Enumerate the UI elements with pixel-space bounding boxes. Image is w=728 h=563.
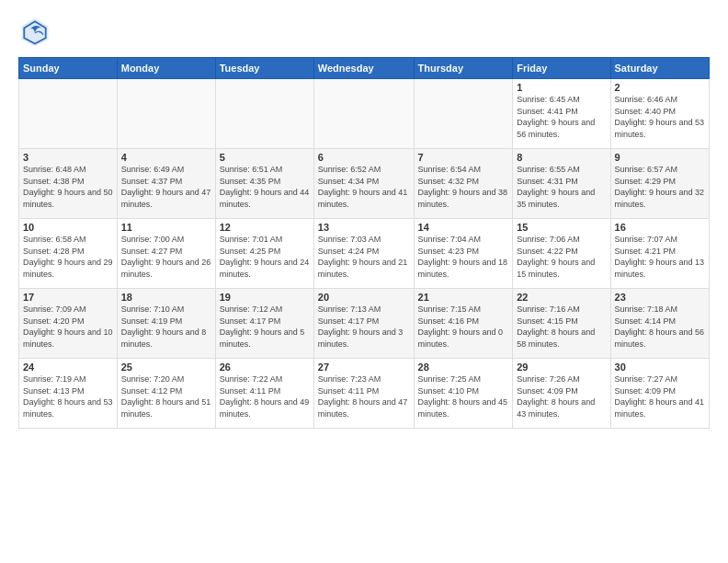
day-info: Sunrise: 6:46 AM Sunset: 4:40 PM Dayligh… xyxy=(615,94,705,140)
day-number: 8 xyxy=(517,152,606,163)
col-header-thursday: Thursday xyxy=(414,58,513,79)
day-number: 12 xyxy=(220,222,310,233)
day-number: 19 xyxy=(220,292,310,303)
day-number: 6 xyxy=(318,152,410,163)
day-cell xyxy=(117,79,215,149)
day-cell: 30Sunrise: 7:27 AM Sunset: 4:09 PM Dayli… xyxy=(610,359,709,429)
day-info: Sunrise: 7:12 AM Sunset: 4:17 PM Dayligh… xyxy=(220,304,310,350)
day-number: 16 xyxy=(615,222,705,233)
day-number: 26 xyxy=(220,362,310,373)
week-row-4: 17Sunrise: 7:09 AM Sunset: 4:20 PM Dayli… xyxy=(19,289,710,359)
day-cell: 12Sunrise: 7:01 AM Sunset: 4:25 PM Dayli… xyxy=(215,219,313,289)
col-header-sunday: Sunday xyxy=(19,58,118,79)
day-number: 20 xyxy=(318,292,410,303)
day-info: Sunrise: 7:22 AM Sunset: 4:11 PM Dayligh… xyxy=(220,373,310,419)
day-cell: 3Sunrise: 6:48 AM Sunset: 4:38 PM Daylig… xyxy=(19,149,118,219)
header xyxy=(18,15,710,48)
day-info: Sunrise: 7:07 AM Sunset: 4:21 PM Dayligh… xyxy=(615,234,705,280)
day-cell: 20Sunrise: 7:13 AM Sunset: 4:17 PM Dayli… xyxy=(313,289,414,359)
day-cell: 21Sunrise: 7:15 AM Sunset: 4:16 PM Dayli… xyxy=(414,289,513,359)
day-cell: 23Sunrise: 7:18 AM Sunset: 4:14 PM Dayli… xyxy=(610,289,709,359)
day-cell: 18Sunrise: 7:10 AM Sunset: 4:19 PM Dayli… xyxy=(117,289,215,359)
day-cell: 26Sunrise: 7:22 AM Sunset: 4:11 PM Dayli… xyxy=(215,359,313,429)
day-info: Sunrise: 6:45 AM Sunset: 4:41 PM Dayligh… xyxy=(517,94,606,140)
day-cell: 2Sunrise: 6:46 AM Sunset: 4:40 PM Daylig… xyxy=(610,79,709,149)
day-cell: 1Sunrise: 6:45 AM Sunset: 4:41 PM Daylig… xyxy=(513,79,610,149)
day-number: 1 xyxy=(517,82,606,93)
day-number: 27 xyxy=(318,362,410,373)
col-header-friday: Friday xyxy=(513,58,610,79)
day-number: 25 xyxy=(121,362,211,373)
logo xyxy=(18,15,57,48)
day-info: Sunrise: 7:10 AM Sunset: 4:19 PM Dayligh… xyxy=(121,304,211,350)
day-number: 30 xyxy=(615,362,705,373)
day-cell: 24Sunrise: 7:19 AM Sunset: 4:13 PM Dayli… xyxy=(19,359,118,429)
day-cell: 14Sunrise: 7:04 AM Sunset: 4:23 PM Dayli… xyxy=(414,219,513,289)
day-info: Sunrise: 6:48 AM Sunset: 4:38 PM Dayligh… xyxy=(23,164,113,210)
day-cell: 22Sunrise: 7:16 AM Sunset: 4:15 PM Dayli… xyxy=(513,289,610,359)
day-info: Sunrise: 6:49 AM Sunset: 4:37 PM Dayligh… xyxy=(121,164,211,210)
day-number: 3 xyxy=(23,152,113,163)
col-header-tuesday: Tuesday xyxy=(215,58,313,79)
day-cell: 28Sunrise: 7:25 AM Sunset: 4:10 PM Dayli… xyxy=(414,359,513,429)
day-number: 18 xyxy=(121,292,211,303)
day-number: 14 xyxy=(418,222,509,233)
week-row-1: 1Sunrise: 6:45 AM Sunset: 4:41 PM Daylig… xyxy=(19,79,710,149)
day-cell: 19Sunrise: 7:12 AM Sunset: 4:17 PM Dayli… xyxy=(215,289,313,359)
day-info: Sunrise: 6:57 AM Sunset: 4:29 PM Dayligh… xyxy=(615,164,705,210)
day-number: 11 xyxy=(121,222,211,233)
day-cell: 8Sunrise: 6:55 AM Sunset: 4:31 PM Daylig… xyxy=(513,149,610,219)
week-row-2: 3Sunrise: 6:48 AM Sunset: 4:38 PM Daylig… xyxy=(19,149,710,219)
day-number: 29 xyxy=(517,362,606,373)
day-info: Sunrise: 6:52 AM Sunset: 4:34 PM Dayligh… xyxy=(318,164,410,210)
day-info: Sunrise: 7:15 AM Sunset: 4:16 PM Dayligh… xyxy=(418,304,509,350)
day-info: Sunrise: 7:23 AM Sunset: 4:11 PM Dayligh… xyxy=(318,373,410,419)
col-header-wednesday: Wednesday xyxy=(313,58,414,79)
day-number: 10 xyxy=(23,222,113,233)
day-cell xyxy=(414,79,513,149)
day-cell xyxy=(19,79,118,149)
header-row: SundayMondayTuesdayWednesdayThursdayFrid… xyxy=(19,58,710,79)
day-info: Sunrise: 7:25 AM Sunset: 4:10 PM Dayligh… xyxy=(418,373,509,419)
day-cell: 4Sunrise: 6:49 AM Sunset: 4:37 PM Daylig… xyxy=(117,149,215,219)
day-cell: 5Sunrise: 6:51 AM Sunset: 4:35 PM Daylig… xyxy=(215,149,313,219)
day-info: Sunrise: 7:26 AM Sunset: 4:09 PM Dayligh… xyxy=(517,373,606,419)
day-cell: 27Sunrise: 7:23 AM Sunset: 4:11 PM Dayli… xyxy=(313,359,414,429)
day-cell: 17Sunrise: 7:09 AM Sunset: 4:20 PM Dayli… xyxy=(19,289,118,359)
week-row-5: 24Sunrise: 7:19 AM Sunset: 4:13 PM Dayli… xyxy=(19,359,710,429)
day-cell: 15Sunrise: 7:06 AM Sunset: 4:22 PM Dayli… xyxy=(513,219,610,289)
col-header-monday: Monday xyxy=(117,58,215,79)
day-cell: 13Sunrise: 7:03 AM Sunset: 4:24 PM Dayli… xyxy=(313,219,414,289)
day-cell xyxy=(215,79,313,149)
day-info: Sunrise: 6:54 AM Sunset: 4:32 PM Dayligh… xyxy=(418,164,509,210)
logo-icon xyxy=(18,15,51,48)
col-header-saturday: Saturday xyxy=(610,58,709,79)
day-info: Sunrise: 7:06 AM Sunset: 4:22 PM Dayligh… xyxy=(517,234,606,280)
day-info: Sunrise: 7:19 AM Sunset: 4:13 PM Dayligh… xyxy=(23,373,113,419)
day-info: Sunrise: 7:13 AM Sunset: 4:17 PM Dayligh… xyxy=(318,304,410,350)
day-info: Sunrise: 7:00 AM Sunset: 4:27 PM Dayligh… xyxy=(121,234,211,280)
day-number: 9 xyxy=(615,152,705,163)
day-number: 15 xyxy=(517,222,606,233)
day-number: 7 xyxy=(418,152,509,163)
day-number: 28 xyxy=(418,362,509,373)
day-cell: 7Sunrise: 6:54 AM Sunset: 4:32 PM Daylig… xyxy=(414,149,513,219)
day-cell: 11Sunrise: 7:00 AM Sunset: 4:27 PM Dayli… xyxy=(117,219,215,289)
day-number: 24 xyxy=(23,362,113,373)
day-info: Sunrise: 7:20 AM Sunset: 4:12 PM Dayligh… xyxy=(121,373,211,419)
day-info: Sunrise: 7:04 AM Sunset: 4:23 PM Dayligh… xyxy=(418,234,509,280)
day-number: 5 xyxy=(220,152,310,163)
day-number: 21 xyxy=(418,292,509,303)
day-cell: 25Sunrise: 7:20 AM Sunset: 4:12 PM Dayli… xyxy=(117,359,215,429)
day-cell: 6Sunrise: 6:52 AM Sunset: 4:34 PM Daylig… xyxy=(313,149,414,219)
calendar: SundayMondayTuesdayWednesdayThursdayFrid… xyxy=(18,57,710,429)
day-cell: 16Sunrise: 7:07 AM Sunset: 4:21 PM Dayli… xyxy=(610,219,709,289)
day-info: Sunrise: 7:18 AM Sunset: 4:14 PM Dayligh… xyxy=(615,304,705,350)
day-cell: 9Sunrise: 6:57 AM Sunset: 4:29 PM Daylig… xyxy=(610,149,709,219)
day-cell: 10Sunrise: 6:58 AM Sunset: 4:28 PM Dayli… xyxy=(19,219,118,289)
day-number: 22 xyxy=(517,292,606,303)
day-info: Sunrise: 6:58 AM Sunset: 4:28 PM Dayligh… xyxy=(23,234,113,280)
day-info: Sunrise: 7:27 AM Sunset: 4:09 PM Dayligh… xyxy=(615,373,705,419)
day-cell xyxy=(313,79,414,149)
day-info: Sunrise: 7:01 AM Sunset: 4:25 PM Dayligh… xyxy=(220,234,310,280)
